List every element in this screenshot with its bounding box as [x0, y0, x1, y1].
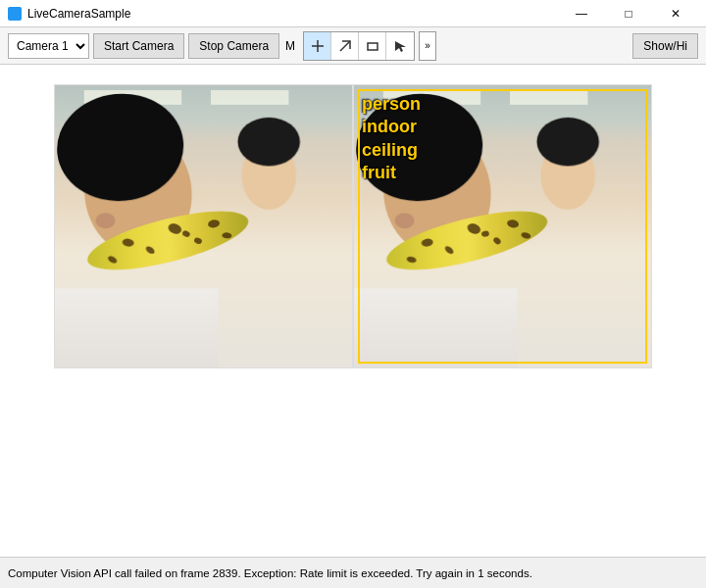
tag-mode-button[interactable] [304, 32, 331, 60]
video-row: person indoor ceiling fruit [54, 84, 652, 368]
svg-marker-4 [395, 41, 406, 52]
left-video-panel [54, 84, 353, 368]
main-content: person indoor ceiling fruit [0, 65, 706, 557]
mode-label: M [285, 39, 295, 53]
arrow-icon [338, 39, 352, 53]
start-camera-button[interactable]: Start Camera [93, 33, 184, 59]
cursor-icon [393, 39, 407, 53]
expand-modes-button[interactable]: » [419, 31, 436, 61]
status-bar: Computer Vision API call failed on frame… [0, 557, 706, 588]
left-camera-canvas [55, 85, 352, 368]
cursor-mode-button[interactable] [386, 32, 414, 60]
mode-button-group [303, 31, 415, 61]
show-hide-button[interactable]: Show/Hi [632, 33, 698, 59]
minimize-button[interactable]: — [559, 0, 604, 27]
stop-camera-button[interactable]: Stop Camera [188, 33, 279, 59]
status-message: Computer Vision API call failed on frame… [8, 567, 532, 579]
right-video-panel: person indoor ceiling fruit [353, 84, 652, 368]
toolbar: Camera 1 Camera 2 Start Camera Stop Came… [0, 27, 706, 65]
right-camera-canvas [354, 85, 651, 368]
rect-mode-button[interactable] [359, 32, 386, 60]
arrow-mode-button[interactable] [331, 32, 359, 60]
app-title: LiveCameraSample [27, 7, 559, 21]
title-bar-controls: — □ ✕ [559, 0, 698, 27]
title-bar: LiveCameraSample — □ ✕ [0, 0, 706, 27]
tag-icon [311, 39, 325, 53]
close-button[interactable]: ✕ [653, 0, 698, 27]
svg-line-2 [340, 41, 350, 51]
svg-rect-3 [368, 43, 378, 50]
maximize-button[interactable]: □ [606, 0, 651, 27]
rectangle-icon [366, 39, 379, 53]
camera-select[interactable]: Camera 1 Camera 2 [8, 33, 89, 59]
app-icon [8, 7, 22, 21]
